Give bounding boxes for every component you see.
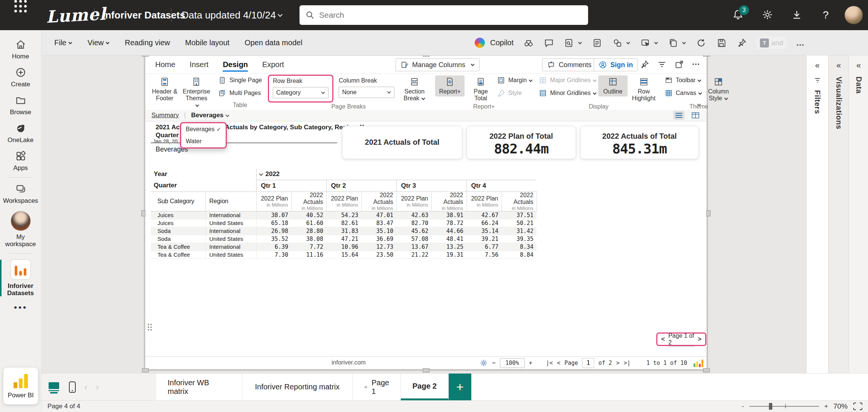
category-tab[interactable]: Beverages: [191, 112, 229, 119]
reading-pane-menu[interactable]: [564, 38, 582, 48]
multi-pages-button[interactable]: Multi Pages: [218, 89, 262, 97]
single-page-button[interactable]: Single Page: [218, 76, 262, 84]
page-tab-page-1[interactable]: Page 1: [353, 374, 401, 400]
select-menu[interactable]: [640, 38, 658, 48]
sidebar-item-browse[interactable]: Browse: [0, 91, 41, 119]
table-row[interactable]: Tea & CoffeeUnited States7.3011.1615.642…: [151, 251, 536, 259]
measure-header-cell[interactable]: 2022 Planin Millions: [326, 191, 361, 211]
kpi-card-2021-actuals[interactable]: 2021 Actuals of Total: [342, 126, 462, 159]
quarter-header-cell[interactable]: Qtr 4: [466, 180, 536, 191]
grid-view-toggle[interactable]: [690, 111, 701, 120]
inforiver-matrix-visual[interactable]: Home Insert Design Export Manage Columns…: [145, 56, 706, 369]
row-highlight-button[interactable]: Row Highlight: [629, 75, 659, 103]
add-page-button[interactable]: +: [449, 374, 471, 400]
section-break-button[interactable]: Section Break: [400, 75, 429, 103]
sub-category-header[interactable]: Sub Category: [151, 191, 205, 211]
kpi-card-2022-actuals[interactable]: 2022 Actuals of Total 845.31m: [580, 126, 699, 159]
collapse-year-icon[interactable]: [259, 172, 263, 176]
tab-design[interactable]: Design: [223, 60, 248, 72]
settings-button[interactable]: [762, 9, 773, 20]
resize-handle-w[interactable]: [141, 210, 145, 216]
scroll-tabs-right-icon[interactable]: ›: [96, 382, 99, 392]
sidebar-item-workspaces[interactable]: Workspaces: [0, 180, 41, 208]
comment-icon[interactable]: [544, 38, 554, 48]
measure-header-cell[interactable]: 2022 Actualsin Millions: [431, 191, 466, 211]
page-tab-inforiver-wb-matrix[interactable]: Inforiver WB matrix: [156, 374, 242, 400]
user-avatar[interactable]: [845, 6, 863, 24]
expand-filters-icon[interactable]: «: [815, 61, 819, 70]
notes-icon[interactable]: [592, 38, 602, 48]
zoom-in-button[interactable]: +: [529, 359, 533, 366]
header-footer-button[interactable]: Header & Footer: [150, 75, 179, 103]
page-number-input[interactable]: [582, 358, 594, 368]
search-input[interactable]: [319, 11, 582, 20]
sidebar-item-inforiver-datasets[interactable]: Inforiver Datasets: [0, 256, 41, 300]
table-row[interactable]: SodaUnited States35.5238.0847.2136.6957.…: [151, 235, 536, 243]
filters-pane[interactable]: « Filters: [806, 55, 828, 373]
more-options-button[interactable]: …: [796, 38, 805, 48]
measure-header-cell[interactable]: 2022 Planin Millions: [466, 191, 501, 211]
measure-header-cell[interactable]: 2022 Actualsin Millions: [361, 191, 396, 211]
dropdown-option-beverages[interactable]: Beverages ✓: [181, 123, 226, 135]
zoom-slider[interactable]: [749, 406, 819, 407]
kpi-card-2022-plan[interactable]: 2022 Plan of Total 882.44m: [466, 126, 576, 159]
list-view-toggle[interactable]: [673, 111, 685, 120]
pager-next-icon[interactable]: >: [698, 335, 701, 343]
visual-more-options[interactable]: …: [692, 57, 700, 67]
menu-reading-view[interactable]: Reading view: [125, 38, 170, 47]
sidebar-more-button[interactable]: ●●●: [14, 300, 27, 314]
data-pane-title[interactable]: Data: [854, 77, 863, 93]
table-row[interactable]: SodaInternational26.9828.8031.8335.1045.…: [151, 227, 536, 235]
table-row[interactable]: JuicesInternational38.0740.5254.2347.014…: [151, 211, 536, 219]
outline-button[interactable]: Outline: [598, 75, 628, 96]
menu-file[interactable]: File: [54, 38, 72, 47]
page-total-button[interactable]: Page Total: [466, 75, 495, 103]
canvas-button[interactable]: Canvas: [665, 89, 702, 97]
desktop-view-button[interactable]: [47, 381, 60, 394]
resize-handle-e[interactable]: [706, 210, 711, 216]
page-tab-page-2[interactable]: Page 2: [401, 374, 449, 400]
status-settings-icon[interactable]: [480, 359, 488, 367]
row-break-select[interactable]: Category: [273, 87, 329, 98]
margin-button[interactable]: Margin: [497, 76, 533, 84]
zoom-out-button[interactable]: −: [492, 359, 496, 366]
last-page-icon[interactable]: >|: [624, 360, 631, 366]
expand-visualizations-icon[interactable]: «: [836, 61, 841, 70]
visualizations-pane[interactable]: « Visualizations: [828, 55, 849, 373]
scroll-tabs-left-icon[interactable]: ‹: [84, 382, 87, 392]
visual-page-navigator[interactable]: < Page 1 of 2 >: [656, 332, 706, 346]
menu-view[interactable]: View: [87, 38, 110, 47]
visualizations-pane-title[interactable]: Visualizations: [834, 77, 843, 129]
mobile-view-button[interactable]: [69, 381, 76, 393]
power-bi-app-card[interactable]: Power BI: [3, 368, 38, 404]
sign-in-button[interactable]: Sign in: [594, 58, 638, 71]
tab-home[interactable]: Home: [155, 60, 175, 69]
inforiver-site-link[interactable]: inforiver.com: [332, 359, 366, 366]
report-plus-button[interactable]: Report+: [435, 75, 465, 96]
copilot-button[interactable]: Copilot: [475, 38, 513, 48]
drag-grip-icon[interactable]: [148, 324, 152, 331]
page-tab-inforiver-reporting-matrix[interactable]: Inforiver Reporting matrix: [242, 374, 353, 400]
search-bar[interactable]: [300, 5, 588, 25]
manage-columns-button[interactable]: Manage Columns: [396, 58, 480, 71]
minor-gridlines-button[interactable]: Minor Gridlines: [539, 89, 597, 97]
toolbar-button[interactable]: Toolbar: [665, 76, 702, 84]
save-icon[interactable]: [716, 38, 727, 48]
region-header[interactable]: Region: [205, 191, 256, 211]
prev-page-icon[interactable]: <: [557, 360, 560, 366]
table-row[interactable]: JuicesUnited States65.1861.6082.6183.478…: [151, 219, 536, 227]
focus-mode-icon[interactable]: [674, 60, 684, 69]
notifications-button[interactable]: 3: [732, 9, 744, 20]
sidebar-item-onelake[interactable]: OneLake: [0, 119, 41, 147]
sidebar-item-create[interactable]: Create: [0, 63, 41, 91]
filter-visual-icon[interactable]: [657, 60, 667, 69]
year-value-cell[interactable]: 2022: [256, 168, 536, 180]
download-button[interactable]: [791, 9, 802, 20]
quarter-header-cell[interactable]: Qtr 1: [256, 180, 326, 191]
column-break-select[interactable]: None: [339, 87, 394, 98]
next-page-icon[interactable]: >: [616, 360, 620, 366]
column-style-button[interactable]: Column Style: [704, 75, 733, 103]
pin-icon[interactable]: [737, 38, 747, 48]
expand-data-icon[interactable]: «: [856, 61, 861, 70]
enterprise-themes-button[interactable]: Enterprise Themes: [181, 75, 212, 110]
